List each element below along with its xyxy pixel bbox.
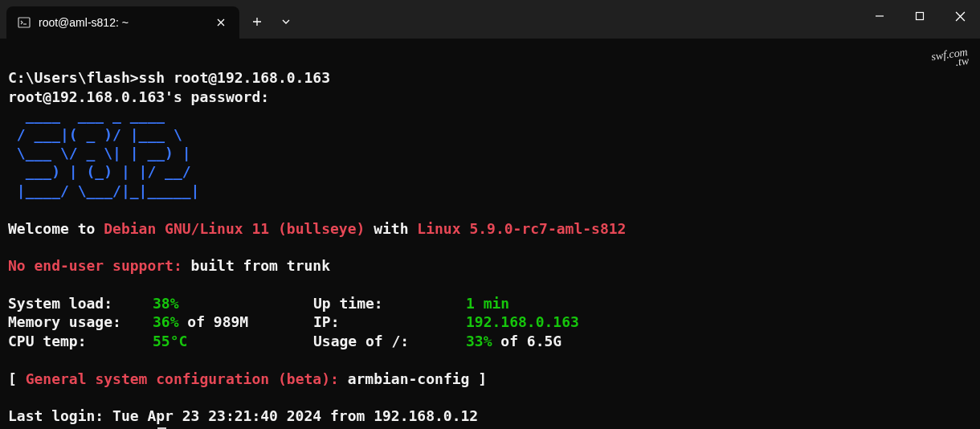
- chevron-down-icon: [281, 17, 291, 27]
- kernel-name: Linux 5.9.0-rc7-aml-s812: [417, 220, 626, 237]
- maximize-button[interactable]: [900, 0, 940, 32]
- ascii-art-line: / ___|( _ )/ |___ \: [8, 126, 182, 143]
- memory-of: of 989M: [179, 313, 249, 330]
- memory-value: 36%: [153, 313, 179, 330]
- close-window-button[interactable]: [940, 0, 980, 32]
- usage-of: of 6.5G: [492, 333, 562, 349]
- minimize-icon: [875, 11, 884, 21]
- tab-title: root@aml-s812: ~: [39, 16, 206, 29]
- system-load-label: System load:: [8, 294, 153, 313]
- svg-rect-3: [917, 13, 924, 20]
- welcome-text: Welcome to: [8, 220, 104, 237]
- tab-dropdown-button[interactable]: [272, 7, 300, 36]
- plus-icon: [251, 16, 263, 27]
- with-text: with: [365, 220, 417, 237]
- ascii-art-line: ____ ___ _ ____: [8, 107, 165, 124]
- uptime-value: 1 min: [466, 295, 509, 312]
- ssh-command-line: C:\Users\flash>ssh root@192.168.0.163: [8, 69, 330, 86]
- svg-rect-0: [18, 18, 30, 27]
- usage-value: 33%: [466, 333, 492, 349]
- usage-label: Usage of /:: [313, 332, 466, 350]
- cpu-temp-label: CPU temp:: [8, 332, 153, 350]
- config-label: General system configuration (beta): [26, 370, 330, 387]
- ascii-art-line: |____/ \___/|_|_____|: [8, 182, 199, 199]
- ascii-art-line: ___) | (_) | |/ __/: [8, 163, 191, 180]
- support-label: No end-user support:: [8, 257, 182, 274]
- maximize-icon: [915, 11, 925, 21]
- bracket-open: [: [8, 370, 26, 387]
- bracket-close: ]: [469, 370, 487, 387]
- system-load-value: 38%: [153, 295, 179, 312]
- terminal-output[interactable]: C:\Users\flash>ssh root@192.168.0.163 ro…: [0, 39, 980, 429]
- support-value: built from trunk: [182, 257, 330, 274]
- terminal-tab[interactable]: root@aml-s812: ~: [6, 6, 239, 39]
- cpu-temp-value: 55°C: [153, 333, 187, 349]
- config-cmd: armbian-config: [348, 370, 470, 387]
- close-icon: [955, 11, 966, 22]
- ascii-art-line: \___ \/ _ \| | __) |: [8, 145, 191, 161]
- memory-label: Memory usage:: [8, 313, 153, 331]
- terminal-icon: [18, 16, 31, 29]
- ip-label: IP:: [313, 313, 466, 331]
- new-tab-button[interactable]: [243, 7, 272, 36]
- titlebar: root@aml-s812: ~: [0, 0, 980, 39]
- close-tab-button[interactable]: [214, 15, 228, 30]
- os-name: Debian GNU/Linux 11 (bullseye): [104, 220, 365, 237]
- ip-value: 192.168.0.163: [466, 313, 579, 330]
- minimize-button[interactable]: [860, 0, 900, 32]
- uptime-label: Up time:: [313, 294, 466, 313]
- window-controls: [860, 0, 980, 32]
- config-colon: :: [330, 370, 348, 387]
- password-prompt: root@192.168.0.163's password:: [8, 88, 269, 105]
- last-login: Last login: Tue Apr 23 23:21:40 2024 fro…: [8, 407, 478, 424]
- watermark: swf.com .tw: [930, 47, 969, 70]
